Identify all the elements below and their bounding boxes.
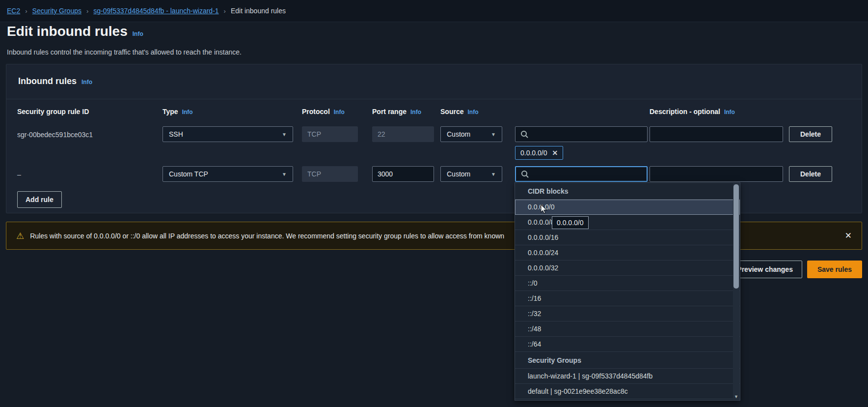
chevron-down-icon: ▼ [282,172,287,177]
close-icon[interactable]: ✕ [845,231,852,241]
source-token-label: 0.0.0.0/0 [520,149,547,157]
page-header: Edit inbound rules Info [7,24,143,39]
protocol-info-link[interactable]: Info [334,109,345,116]
dropdown-item-cidr[interactable]: 0.0.0.0/8 [515,215,740,230]
type-info-link[interactable]: Info [182,109,193,116]
warning-icon: ⚠ [16,232,24,240]
panel-divider [6,99,862,99]
column-header-source: Source Info [440,108,478,116]
breadcrumb-separator: › [25,7,27,15]
page-title: Edit inbound rules [7,24,128,39]
dropdown-item-cidr[interactable]: 0.0.0.0/32 [515,261,740,276]
panel-info-link[interactable]: Info [81,79,92,86]
save-rules-button[interactable]: Save rules [807,261,862,278]
type-select-value: SSH [169,130,183,138]
search-icon [521,170,529,178]
source-search-input-row1[interactable] [532,130,642,138]
scrollbar-down-arrow[interactable]: ▼ [733,394,739,399]
column-header-protocol: Protocol Info [302,108,345,116]
source-token: 0.0.0.0/0 ✕ [515,146,563,160]
description-input-row2[interactable] [650,166,783,182]
delete-rule-button-row2[interactable]: Delete [789,166,832,182]
protocol-input-row1 [302,126,358,142]
panel-header: Inbound rules Info [18,76,92,87]
footer-actions: Preview changes Save rules [728,261,862,278]
description-info-link[interactable]: Info [724,109,735,116]
source-select-value: Custom [447,130,470,138]
type-select-row2[interactable]: Custom TCP ▼ [163,166,293,182]
rule-id-value: – [17,171,21,178]
breadcrumb-security-groups[interactable]: Security Groups [32,7,81,15]
page-subtitle: Inbound rules control the incoming traff… [7,48,242,56]
breadcrumb-current: Edit inbound rules [231,7,286,15]
column-header-rule-id: Security group rule ID [17,108,89,116]
search-icon [520,130,528,138]
column-header-label: Port range [372,108,407,116]
source-suggestions-dropdown: CIDR blocks 0.0.0.0/0 0.0.0.0/8 0.0.0.0/… [515,182,740,401]
protocol-input-row2 [302,166,358,182]
source-select-row2[interactable]: Custom ▼ [440,166,502,182]
dropdown-item-cidr[interactable]: 0.0.0.0/16 [515,230,740,245]
source-select-row1[interactable]: Custom ▼ [440,126,502,142]
column-header-port-range: Port range Info [372,108,421,116]
column-header-label: Source [440,108,463,116]
description-input-row1[interactable] [650,126,783,142]
source-search-row2[interactable] [515,166,648,182]
dropdown-item-security-group[interactable]: launch-wizard-1 | sg-09f5337d4845d84fb [515,369,740,384]
port-range-input-row1 [372,126,434,142]
close-icon[interactable]: ✕ [552,149,558,157]
chevron-down-icon: ▼ [491,172,496,177]
edit-inbound-rules-page: EC2 › Security Groups › sg-09f5337d4845d… [0,0,868,407]
dropdown-scrollbar[interactable]: ▼ [733,183,739,400]
dropdown-section-security-groups: Security Groups [515,352,740,369]
source-search-row1[interactable] [515,126,648,142]
breadcrumb-ec2[interactable]: EC2 [7,7,20,15]
breadcrumb-security-group[interactable]: sg-09f5337d4845d84fb - launch-wizard-1 [93,7,218,15]
dropdown-item-security-group[interactable]: default | sg-0021e9ee38e28ac8c [515,384,740,399]
rule-id-value: sgr-00bedec591bce03c1 [17,131,93,139]
dropdown-item-cidr[interactable]: ::/32 [515,306,740,321]
scrollbar-thumb[interactable] [733,184,739,289]
breadcrumb: EC2 › Security Groups › sg-09f5337d4845d… [0,0,868,22]
dropdown-item-cidr[interactable]: ::/48 [515,321,740,337]
column-header-type: Type Info [163,108,193,116]
column-header-label: Description - optional [650,108,720,116]
dropdown-item-cidr[interactable]: ::/16 [515,291,740,306]
dropdown-section-cidr-blocks: CIDR blocks [515,183,740,200]
chevron-down-icon: ▼ [491,132,496,137]
column-header-label: Type [163,108,178,116]
type-select-row1[interactable]: SSH ▼ [163,126,293,142]
add-rule-button[interactable]: Add rule [17,191,62,208]
breadcrumb-separator: › [224,7,226,15]
dropdown-item-cidr[interactable]: 0.0.0.0/24 [515,245,740,261]
column-header-label: Protocol [302,108,330,116]
column-header-description: Description - optional Info [650,108,735,116]
panel-title: Inbound rules [18,76,77,87]
source-select-value: Custom [447,170,470,178]
breadcrumb-separator: › [86,7,88,15]
source-info-link[interactable]: Info [467,109,478,116]
mouse-cursor-icon [540,204,549,214]
delete-rule-button-row1[interactable]: Delete [789,126,832,142]
type-select-value: Custom TCP [169,170,208,178]
chevron-down-icon: ▼ [282,132,287,137]
port-range-info-link[interactable]: Info [410,109,421,116]
dropdown-item-cidr[interactable]: ::/0 [515,276,740,291]
source-search-input-row2[interactable] [533,170,642,178]
page-title-info-link[interactable]: Info [133,30,143,37]
column-header-label: Security group rule ID [17,108,89,116]
dropdown-item-cidr[interactable]: ::/64 [515,337,740,352]
port-range-input-row2[interactable] [372,166,434,182]
hover-tooltip: 0.0.0.0/0 [552,216,589,229]
